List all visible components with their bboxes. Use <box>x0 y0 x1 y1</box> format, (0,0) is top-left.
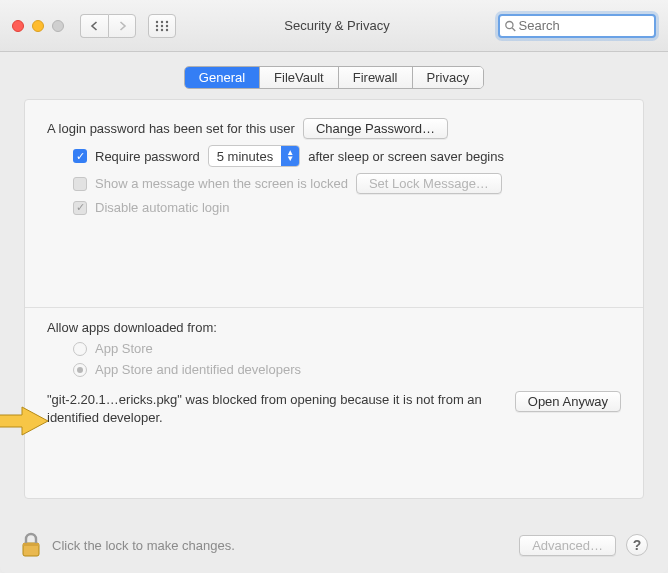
help-button[interactable]: ? <box>626 534 648 556</box>
prefs-window: Security & Privacy General FileVault Fir… <box>0 0 668 573</box>
svg-point-6 <box>156 28 158 30</box>
require-password-delay-select[interactable]: 5 minutes ▲▼ <box>208 145 300 167</box>
allow-appstore-label: App Store <box>95 341 153 356</box>
lock-hint-text: Click the lock to make changes. <box>52 538 509 553</box>
change-password-button[interactable]: Change Password… <box>303 118 448 139</box>
svg-rect-13 <box>23 543 39 546</box>
search-field[interactable] <box>498 14 656 38</box>
svg-point-2 <box>166 20 168 22</box>
allow-apps-heading: Allow apps downloaded from: <box>47 320 621 335</box>
show-message-checkbox <box>73 177 87 191</box>
close-icon[interactable] <box>12 20 24 32</box>
traffic-lights <box>12 20 64 32</box>
blocked-app-text: "git-2.20.1…ericks.pkg" was blocked from… <box>47 391 505 426</box>
svg-point-7 <box>161 28 163 30</box>
delay-value: 5 minutes <box>209 149 281 164</box>
allow-appstore-row: App Store <box>47 341 621 356</box>
show-all-button[interactable] <box>148 14 176 38</box>
footer: Click the lock to make changes. Advanced… <box>0 517 668 573</box>
lock-icon[interactable] <box>20 531 42 559</box>
advanced-button[interactable]: Advanced… <box>519 535 616 556</box>
svg-point-4 <box>161 24 163 26</box>
svg-point-0 <box>156 20 158 22</box>
svg-point-1 <box>161 20 163 22</box>
allow-appstore-radio <box>73 342 87 356</box>
search-input[interactable] <box>519 18 650 33</box>
blocked-app-row: "git-2.20.1…ericks.pkg" was blocked from… <box>47 391 621 426</box>
tab-bar: General FileVault Firewall Privacy <box>0 52 668 99</box>
svg-line-10 <box>512 27 515 30</box>
login-password-row: A login password has been set for this u… <box>47 118 621 139</box>
require-password-label-before: Require password <box>95 149 200 164</box>
require-password-row: ✓ Require password 5 minutes ▲▼ after sl… <box>47 145 621 167</box>
disable-auto-login-label: Disable automatic login <box>95 200 229 215</box>
callout-arrow-icon <box>0 403 50 439</box>
nav-buttons <box>80 14 136 38</box>
disable-auto-login-row: ✓ Disable automatic login <box>47 200 621 215</box>
tab-filevault[interactable]: FileVault <box>260 67 339 88</box>
require-password-checkbox[interactable]: ✓ <box>73 149 87 163</box>
svg-point-8 <box>166 28 168 30</box>
svg-point-9 <box>506 21 513 28</box>
require-password-label-after: after sleep or screen saver begins <box>308 149 504 164</box>
tab-firewall[interactable]: Firewall <box>339 67 413 88</box>
tab-general[interactable]: General <box>185 67 260 88</box>
show-message-label: Show a message when the screen is locked <box>95 176 348 191</box>
window-title: Security & Privacy <box>184 18 490 33</box>
login-password-label: A login password has been set for this u… <box>47 121 295 136</box>
allow-identified-radio <box>73 363 87 377</box>
svg-point-3 <box>156 24 158 26</box>
disable-auto-login-checkbox: ✓ <box>73 201 87 215</box>
search-icon <box>504 19 517 33</box>
content-pane: A login password has been set for this u… <box>24 99 644 499</box>
back-button[interactable] <box>80 14 108 38</box>
svg-marker-11 <box>0 407 48 435</box>
maximize-icon <box>52 20 64 32</box>
allow-identified-label: App Store and identified developers <box>95 362 301 377</box>
set-lock-message-button: Set Lock Message… <box>356 173 502 194</box>
tab-privacy[interactable]: Privacy <box>413 67 484 88</box>
allow-identified-row: App Store and identified developers <box>47 362 621 377</box>
minimize-icon[interactable] <box>32 20 44 32</box>
chevron-updown-icon: ▲▼ <box>281 146 299 166</box>
open-anyway-button[interactable]: Open Anyway <box>515 391 621 412</box>
show-message-row: Show a message when the screen is locked… <box>47 173 621 194</box>
titlebar: Security & Privacy <box>0 0 668 52</box>
forward-button[interactable] <box>108 14 136 38</box>
svg-point-5 <box>166 24 168 26</box>
divider <box>25 307 643 308</box>
